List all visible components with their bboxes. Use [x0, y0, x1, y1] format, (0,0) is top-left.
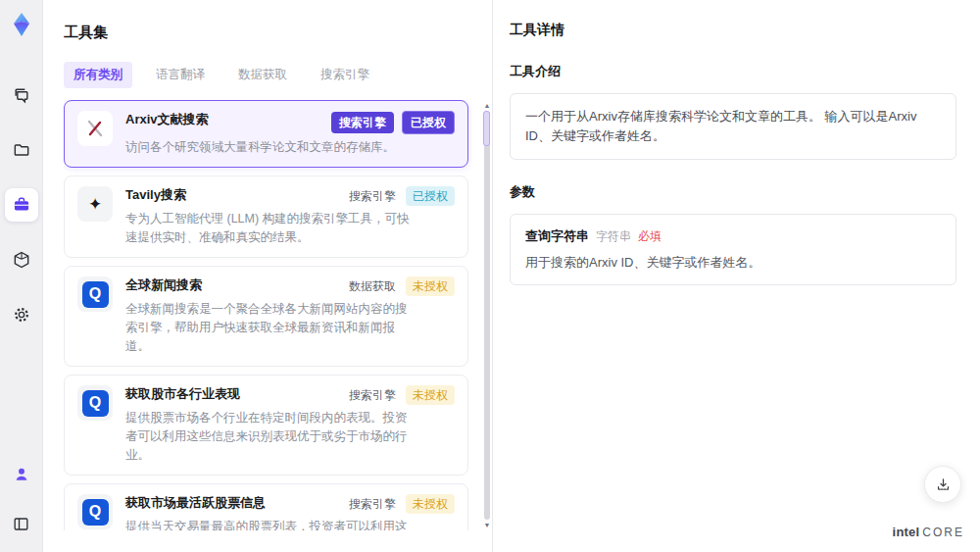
auth-status-badge: 未授权 — [406, 385, 455, 405]
tool-card-sector-performance[interactable]: Q 获取股市各行业表现 搜索引擎 未授权 提供股票市场各个行业在特定时间段内的表… — [64, 375, 468, 476]
param-required-badge: 必填 — [638, 228, 662, 245]
intel-core-logo: intel core — [893, 525, 964, 539]
param-name: 查询字符串 — [525, 227, 589, 245]
card-body: Tavily搜索 搜索引擎 已授权 专为人工智能代理 (LLM) 构建的搜索引擎… — [125, 186, 455, 247]
card-body: 获取股市各行业表现 搜索引擎 未授权 提供股票市场各个行业在特定时间段内的表现。… — [125, 385, 455, 465]
tool-card-active-stocks[interactable]: Q 获取市场最活跃股票信息 搜索引擎 未授权 提供当天交易量最高的股票列表，投资… — [64, 483, 468, 530]
intro-text: 一个用于从Arxiv存储库搜索科学论文和文章的工具。 输入可以是Arxiv ID… — [525, 107, 941, 146]
category-badge: 搜索引擎 — [347, 186, 398, 206]
auth-status-badge: 未授权 — [406, 276, 455, 296]
tool-card-global-news[interactable]: Q 全球新闻搜索 数据获取 未授权 全球新闻搜索是一个聚合全球各大新闻网站内容的… — [64, 266, 468, 367]
scroll-down-arrow-icon[interactable]: ▼ — [483, 522, 491, 528]
card-body: 全球新闻搜索 数据获取 未授权 全球新闻搜索是一个聚合全球各大新闻网站内容的搜索… — [125, 276, 455, 356]
tool-name: Arxiv文献搜索 — [125, 111, 209, 128]
tab-language-translation[interactable]: 语言翻译 — [146, 62, 215, 88]
news-api-q-icon: Q — [77, 276, 113, 312]
core-brand-text: core — [922, 526, 964, 539]
sidebar-bottom — [5, 458, 38, 540]
param-type: 字符串 — [596, 228, 631, 245]
user-avatar-button[interactable] — [5, 458, 38, 491]
stock-api-q-icon: Q — [77, 385, 113, 421]
auth-status-badge: 已授权 — [402, 111, 455, 134]
tool-detail-panel: 工具详情 工具介绍 一个用于从Arxiv存储库搜索科学论文和文章的工具。 输入可… — [493, 0, 980, 552]
sidebar-item-files[interactable] — [5, 133, 38, 167]
chat-icon — [12, 85, 31, 105]
tool-list-panel: 工具集 所有类别 语言翻译 数据获取 搜索引擎 Arxiv文献搜索 搜索引擎 已… — [43, 0, 493, 552]
tool-card-arxiv[interactable]: Arxiv文献搜索 搜索引擎 已授权 访问各个研究领域大量科学论文和文章的存储库… — [64, 100, 468, 168]
list-scrollbar[interactable]: ▲ ▼ — [483, 100, 491, 530]
scrollbar-track[interactable] — [484, 111, 490, 520]
tab-all-categories[interactable]: 所有类别 — [64, 62, 132, 88]
category-badge: 搜索引擎 — [331, 112, 394, 133]
tab-search-engine[interactable]: 搜索引擎 — [311, 62, 379, 88]
gear-icon — [12, 305, 31, 325]
tool-description: 全球新闻搜索是一个聚合全球各大新闻网站内容的搜索引擎，帮助用户快速获取全球最新资… — [125, 300, 412, 356]
briefcase-icon — [12, 195, 31, 215]
sidebar-nav — [5, 78, 38, 331]
tool-chips: 搜索引擎 已授权 — [331, 111, 455, 134]
tool-list: Arxiv文献搜索 搜索引擎 已授权 访问各个研究领域大量科学论文和文章的存储库… — [64, 100, 491, 530]
sidebar-item-models[interactable] — [5, 243, 38, 276]
panel-layout-icon — [12, 515, 30, 533]
tool-chips: 搜索引擎 已授权 — [347, 186, 455, 206]
scrollbar-thumb[interactable] — [483, 111, 490, 146]
category-badge: 搜索引擎 — [347, 385, 398, 405]
tool-name: 全球新闻搜索 — [125, 276, 202, 294]
download-button[interactable] — [924, 466, 961, 503]
arxiv-logo-icon — [77, 111, 113, 146]
param-description: 用于搜索的Arxiv ID、关键字或作者姓名。 — [525, 254, 941, 272]
category-tabs: 所有类别 语言翻译 数据获取 搜索引擎 — [64, 62, 492, 88]
sidebar-item-settings[interactable] — [5, 298, 38, 331]
cube-icon — [12, 250, 31, 270]
intro-box: 一个用于从Arxiv存储库搜索科学论文和文章的工具。 输入可以是Arxiv ID… — [510, 93, 956, 160]
auth-status-badge: 未授权 — [406, 494, 455, 514]
tool-chips: 数据获取 未授权 — [347, 276, 455, 296]
tool-description: 提供当天交易量最高的股票列表，投资者可以利用这些信息来识别流动性强的股票和潜在的… — [125, 518, 412, 530]
auth-status-badge: 已授权 — [406, 186, 455, 206]
stock-api-q-icon: Q — [77, 494, 113, 529]
download-icon — [935, 477, 952, 493]
sidebar-item-chat[interactable] — [5, 78, 38, 112]
intro-heading: 工具介绍 — [510, 63, 956, 80]
collapse-panel-button[interactable] — [5, 507, 38, 540]
tool-description: 专为人工智能代理 (LLM) 构建的搜索引擎工具，可快速提供实时、准确和真实的结… — [125, 210, 412, 247]
tool-name: Tavily搜索 — [125, 186, 186, 204]
intel-brand-text: intel — [893, 525, 920, 539]
param-box: 查询字符串 字符串 必填 用于搜索的Arxiv ID、关键字或作者姓名。 — [510, 214, 956, 285]
category-badge: 数据获取 — [347, 276, 398, 296]
tool-chips: 搜索引擎 未授权 — [347, 494, 455, 514]
user-icon — [12, 465, 31, 484]
page-title: 工具集 — [64, 24, 492, 42]
tool-chips: 搜索引擎 未授权 — [347, 385, 455, 405]
card-body: Arxiv文献搜索 搜索引擎 已授权 访问各个研究领域大量科学论文和文章的存储库… — [125, 111, 455, 157]
gem-logo-icon — [9, 12, 34, 37]
tool-description: 提供股票市场各个行业在特定时间段内的表现。投资者可以利用这些信息来识别表现优于或… — [125, 409, 412, 465]
sidebar — [0, 0, 43, 552]
category-badge: 搜索引擎 — [347, 494, 398, 514]
tab-data-fetching[interactable]: 数据获取 — [228, 62, 297, 88]
params-heading: 参数 — [510, 183, 956, 201]
app-logo[interactable] — [7, 10, 36, 39]
folder-icon — [12, 140, 31, 160]
tavily-star-icon: ✦ — [77, 186, 113, 222]
tool-card-tavily[interactable]: ✦ Tavily搜索 搜索引擎 已授权 专为人工智能代理 (LLM) 构建的搜索… — [64, 176, 468, 258]
tool-name: 获取市场最活跃股票信息 — [125, 494, 266, 512]
sidebar-item-tools[interactable] — [5, 188, 38, 222]
tool-name: 获取股市各行业表现 — [125, 385, 240, 403]
tool-description: 访问各个研究领域大量科学论文和文章的存储库。 — [125, 138, 412, 157]
scroll-up-arrow-icon[interactable]: ▲ — [483, 102, 491, 109]
card-body: 获取市场最活跃股票信息 搜索引擎 未授权 提供当天交易量最高的股票列表，投资者可… — [125, 494, 455, 530]
detail-title: 工具详情 — [510, 22, 956, 39]
